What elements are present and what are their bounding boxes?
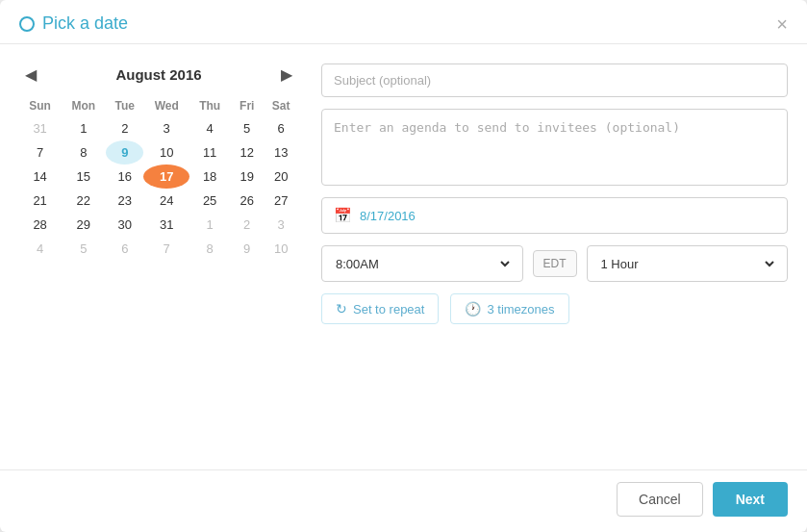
calendar-day[interactable]: 26 xyxy=(230,189,264,213)
calendar-day[interactable]: 27 xyxy=(264,189,298,213)
calendar-day[interactable]: 23 xyxy=(106,189,143,213)
calendar-day[interactable]: 10 xyxy=(264,237,298,261)
calendar-day[interactable]: 6 xyxy=(264,116,298,140)
calendar-day[interactable]: 6 xyxy=(106,237,143,261)
calendar-day[interactable]: 14 xyxy=(19,165,61,189)
right-panel: 📅 8/17/2016 8:00AM8:30AM9:00AM9:30AM10:0… xyxy=(321,63,788,460)
calendar-day[interactable]: 9 xyxy=(106,140,143,165)
agenda-textarea[interactable] xyxy=(321,109,788,186)
day-of-week-header: Fri xyxy=(230,95,264,116)
calendar-day[interactable]: 2 xyxy=(106,116,143,140)
day-of-week-header: Tue xyxy=(106,95,143,116)
modal-body: ◀ August 2016 ▶ SunMonTueWedThuFriSat 31… xyxy=(0,44,807,469)
time-row: 8:00AM8:30AM9:00AM9:30AM10:00AM EDT 30 M… xyxy=(321,245,788,282)
calendar-day[interactable]: 16 xyxy=(106,165,143,189)
timezone-button[interactable]: 🕐 3 timezones xyxy=(450,293,568,324)
calendar-day[interactable]: 20 xyxy=(264,165,298,189)
calendar-section: ◀ August 2016 ▶ SunMonTueWedThuFriSat 31… xyxy=(19,63,298,460)
calendar-day[interactable]: 9 xyxy=(230,237,264,261)
calendar-day[interactable]: 24 xyxy=(143,189,189,213)
calendar-day[interactable]: 1 xyxy=(189,213,230,237)
calendar-day[interactable]: 31 xyxy=(143,213,189,237)
calendar-day[interactable]: 12 xyxy=(230,140,264,165)
date-field[interactable]: 📅 8/17/2016 xyxy=(321,197,788,234)
next-button[interactable]: Next xyxy=(713,482,788,517)
calendar-day[interactable]: 31 xyxy=(19,116,61,140)
calendar-day[interactable]: 15 xyxy=(61,165,106,189)
prev-month-button[interactable]: ◀ xyxy=(19,63,42,86)
time-select[interactable]: 8:00AM8:30AM9:00AM9:30AM10:00AM xyxy=(332,256,513,272)
calendar-day[interactable]: 25 xyxy=(189,189,230,213)
pick-a-date-modal: Pick a date × ◀ August 2016 ▶ SunMonTueW… xyxy=(0,0,807,532)
calendar-day[interactable]: 29 xyxy=(61,213,106,237)
calendar-day[interactable]: 4 xyxy=(189,116,230,140)
action-row: ↻ Set to repeat 🕐 3 timezones xyxy=(321,293,788,324)
calendar-day[interactable]: 18 xyxy=(189,165,230,189)
timezone-label: 3 timezones xyxy=(487,302,554,317)
calendar-day[interactable]: 4 xyxy=(19,237,61,261)
calendar-day[interactable]: 7 xyxy=(143,237,189,261)
calendar-day[interactable]: 8 xyxy=(61,140,106,165)
calendar-day[interactable]: 3 xyxy=(264,213,298,237)
time-select-wrap[interactable]: 8:00AM8:30AM9:00AM9:30AM10:00AM xyxy=(321,245,523,282)
calendar-day[interactable]: 1 xyxy=(61,116,106,140)
calendar-day[interactable]: 19 xyxy=(230,165,264,189)
calendar-day[interactable]: 7 xyxy=(19,140,61,165)
repeat-icon: ↻ xyxy=(336,301,347,317)
day-of-week-header: Sun xyxy=(19,95,61,116)
repeat-label: Set to repeat xyxy=(353,302,424,317)
close-icon[interactable]: × xyxy=(776,14,788,34)
day-of-week-header: Wed xyxy=(143,95,189,116)
next-month-button[interactable]: ▶ xyxy=(275,63,298,86)
duration-select-wrap[interactable]: 30 Minutes1 Hour1.5 Hours2 Hours xyxy=(587,245,789,282)
calendar-day[interactable]: 13 xyxy=(264,140,298,165)
clock-icon: 🕐 xyxy=(465,301,481,317)
day-of-week-header: Thu xyxy=(189,95,230,116)
date-value: 8/17/2016 xyxy=(360,209,416,223)
calendar-day[interactable]: 10 xyxy=(143,140,189,165)
calendar-day[interactable]: 22 xyxy=(61,189,106,213)
timezone-badge: EDT xyxy=(533,250,577,277)
cancel-button[interactable]: Cancel xyxy=(617,482,703,517)
calendar-field-icon: 📅 xyxy=(334,207,352,224)
modal-title-row: Pick a date xyxy=(19,13,128,34)
subject-input[interactable] xyxy=(321,63,788,97)
calendar-nav: ◀ August 2016 ▶ xyxy=(19,63,298,86)
calendar-day[interactable]: 21 xyxy=(19,189,61,213)
day-of-week-header: Sat xyxy=(264,95,298,116)
calendar-day[interactable]: 2 xyxy=(230,213,264,237)
modal-title: Pick a date xyxy=(42,13,128,34)
calendar-day[interactable]: 11 xyxy=(189,140,230,165)
modal-footer: Cancel Next xyxy=(0,469,807,532)
calendar-day[interactable]: 3 xyxy=(143,116,189,140)
duration-select[interactable]: 30 Minutes1 Hour1.5 Hours2 Hours xyxy=(597,256,778,272)
calendar-day[interactable]: 30 xyxy=(106,213,143,237)
calendar-grid: SunMonTueWedThuFriSat 311234567891011121… xyxy=(19,95,298,261)
repeat-button[interactable]: ↻ Set to repeat xyxy=(321,293,439,324)
day-of-week-header: Mon xyxy=(61,95,106,116)
calendar-day[interactable]: 8 xyxy=(189,237,230,261)
month-year-label: August 2016 xyxy=(115,66,201,83)
calendar-day[interactable]: 28 xyxy=(19,213,61,237)
calendar-day[interactable]: 17 xyxy=(143,165,189,189)
modal-header: Pick a date × xyxy=(0,0,807,44)
calendar-day[interactable]: 5 xyxy=(230,116,264,140)
calendar-circle-icon xyxy=(19,16,35,32)
calendar-day[interactable]: 5 xyxy=(61,237,106,261)
